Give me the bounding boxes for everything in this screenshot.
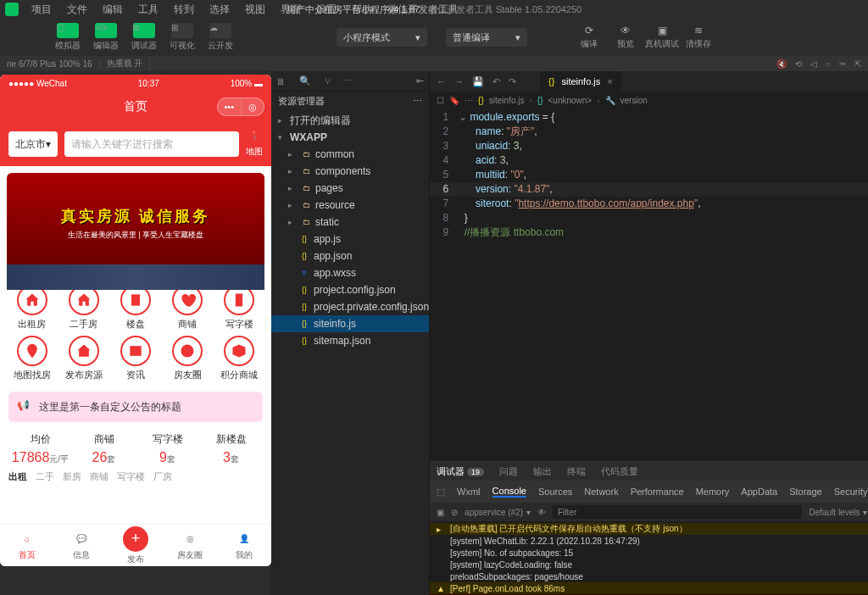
cat-office[interactable]: 写字楼 (117, 470, 145, 483)
debugger-button[interactable]: ⧉调试器 (126, 21, 162, 53)
stat-shop[interactable]: 商铺26套 (72, 432, 136, 465)
subtab-security[interactable]: Security (834, 487, 868, 497)
compile-button[interactable]: ⟳编译 (572, 25, 606, 50)
project-root[interactable]: ▾WXAPP (271, 129, 429, 146)
nav-mapsearch[interactable]: 地图找房 (8, 336, 55, 381)
nav-shop[interactable]: 商铺 (164, 285, 211, 331)
rotate-icon[interactable]: ⟲ (795, 59, 802, 69)
folder-pages[interactable]: ▸🗀pages (271, 180, 429, 197)
menu-file[interactable]: 文件 (61, 1, 93, 19)
tab-output[interactable]: 输出 (533, 465, 552, 478)
hot-reload-status[interactable]: 热重载 开 (100, 58, 151, 70)
breadcrumb-symbol[interactable]: <unknown> (548, 96, 592, 105)
nav-office[interactable]: 写字楼 (216, 285, 263, 331)
nav-secondhand[interactable]: 二手房 (60, 285, 107, 331)
breadcrumb-prop[interactable]: version (620, 96, 648, 105)
more-tab-icon[interactable]: ⋯ (344, 75, 353, 86)
stat-new[interactable]: 新楼盘3套 (199, 432, 263, 465)
mute-icon[interactable]: 🔇 (776, 59, 787, 69)
subtab-wxml[interactable]: Wxml (457, 487, 481, 497)
tab-me[interactable]: 👤我的 (217, 525, 271, 566)
nav-circle[interactable]: 房友圈 (164, 336, 211, 381)
file-app-js[interactable]: {}app.js (271, 231, 429, 247)
cat-shop[interactable]: 商铺 (90, 470, 108, 483)
tab-home[interactable]: ⌂首页 (0, 525, 54, 566)
clear-cache-button[interactable]: ≋清缓存 (682, 25, 715, 50)
redo-icon[interactable]: ↷ (509, 76, 516, 87)
subtab-sources[interactable]: Sources (538, 487, 572, 497)
menu-project[interactable]: 项目 (25, 1, 58, 19)
back-icon[interactable]: ◁ (810, 59, 817, 69)
notice-bar[interactable]: 📢 这里是第一条自定义公告的标题 (8, 392, 263, 422)
nav-news[interactable]: 资讯 (112, 336, 159, 381)
tab-debugger[interactable]: 调试器19 (437, 465, 484, 478)
eye-icon[interactable]: 👁 (537, 508, 546, 517)
tab-msg[interactable]: 💬信息 (54, 525, 108, 566)
inspect-icon[interactable]: ⬚ (437, 487, 445, 498)
file-app-json[interactable]: {}app.json (271, 247, 429, 264)
tab-codequality[interactable]: 代码质量 (601, 465, 638, 478)
clear-console-icon[interactable]: ⊘ (451, 508, 458, 517)
subtab-appdata[interactable]: AppData (741, 487, 777, 497)
save-icon[interactable]: 💾 (472, 76, 484, 87)
mode-select[interactable]: 小程序模式▾ (337, 28, 427, 47)
nav-rent[interactable]: 出租房 (8, 285, 55, 331)
close-icon[interactable]: × (607, 76, 612, 86)
editor-tab-siteinfo[interactable]: {} siteinfo.js × (540, 71, 621, 92)
undo-icon[interactable]: ↶ (492, 76, 500, 87)
capsule-close-icon[interactable]: ◎ (242, 98, 264, 115)
explorer-tab-icon[interactable]: 🗎 (276, 76, 286, 86)
bookmark-icon[interactable]: 🔖 (449, 96, 459, 105)
collapse-icon[interactable]: ⇤ (416, 75, 424, 86)
cat-factory[interactable]: 厂房 (153, 470, 172, 483)
banner-image[interactable]: 真实房源 诚信服务 生活在最美的风景里 | 享受人生宝藏楼盘 (7, 173, 264, 273)
file-siteinfo-js[interactable]: {}siteinfo.js (271, 315, 429, 332)
git-tab-icon[interactable]: ⑂ (325, 76, 331, 86)
device-select[interactable]: ne 6/7/8 Plus 100% 16 (0, 59, 100, 69)
menu-view[interactable]: 视图 (239, 1, 271, 19)
menu-tools[interactable]: 工具 (132, 1, 164, 19)
simulator-button[interactable]: ▢模拟器 (50, 21, 86, 53)
nav-publish[interactable]: 发布房源 (60, 336, 107, 381)
real-debug-button[interactable]: ▣真机调试 (645, 25, 679, 50)
subtab-network[interactable]: Network (584, 487, 618, 497)
code-area[interactable]: 1⌄ module.exports = { 2 name: "房产", 3 un… (430, 108, 868, 461)
open-editors-section[interactable]: ▸打开的编辑器 (271, 112, 429, 129)
subtab-storage[interactable]: Storage (789, 487, 822, 497)
file-project-private[interactable]: {}project.private.config.json (271, 298, 429, 315)
context-select[interactable]: appservice (#2) ▾ (465, 508, 531, 517)
home-icon[interactable]: ○ (826, 59, 831, 69)
nav-back-icon[interactable]: ← (437, 76, 446, 87)
stat-avg[interactable]: 均价17868元/平 (8, 432, 72, 465)
filter-input[interactable]: Filter (553, 505, 802, 519)
nav-points[interactable]: 积分商城 (216, 336, 263, 381)
cut-icon[interactable]: ✂ (839, 59, 846, 69)
cloud-dev-button[interactable]: ☁云开发 (203, 21, 238, 53)
menu-goto[interactable]: 转到 (168, 1, 200, 19)
breadcrumb-file[interactable]: siteinfo.js (489, 96, 525, 105)
folder-resource[interactable]: ▸🗀resource (271, 197, 429, 214)
cat-rent[interactable]: 出租 (8, 470, 27, 483)
file-project-config[interactable]: {}project.config.json (271, 281, 429, 298)
tab-terminal[interactable]: 终端 (567, 465, 586, 478)
tab-publish[interactable]: +发布 (108, 525, 163, 566)
subtab-performance[interactable]: Performance (631, 487, 684, 497)
city-select[interactable]: 北京市 ▾ (8, 131, 58, 157)
tab-circle[interactable]: ◎房友圈 (163, 525, 217, 566)
subtab-memory[interactable]: Memory (696, 487, 730, 497)
preview-button[interactable]: 👁预览 (609, 25, 643, 50)
compile-mode-select[interactable]: 普通编译▾ (446, 28, 527, 47)
more-icon[interactable]: ⋯ (413, 96, 422, 107)
popout-icon[interactable]: ⇱ (854, 59, 861, 69)
console-output[interactable]: ▸[自动热重载] 已开启代码文件保存后自动热重载（不支持 json） [syst… (430, 521, 868, 595)
map-button[interactable]: 📍 地图 (246, 131, 263, 158)
cat-new[interactable]: 新房 (63, 470, 81, 483)
visual-button[interactable]: ⊞可视化 (164, 21, 200, 53)
folder-static[interactable]: ▸🗀static (271, 214, 429, 231)
capsule-button[interactable]: ••• ◎ (217, 97, 264, 116)
menu-edit[interactable]: 编辑 (97, 1, 129, 19)
subtab-console[interactable]: Console (492, 486, 526, 498)
tab-problems[interactable]: 问题 (499, 465, 518, 478)
editor-button[interactable]: </>编辑器 (88, 21, 124, 53)
file-app-wxss[interactable]: #app.wxss (271, 264, 429, 281)
